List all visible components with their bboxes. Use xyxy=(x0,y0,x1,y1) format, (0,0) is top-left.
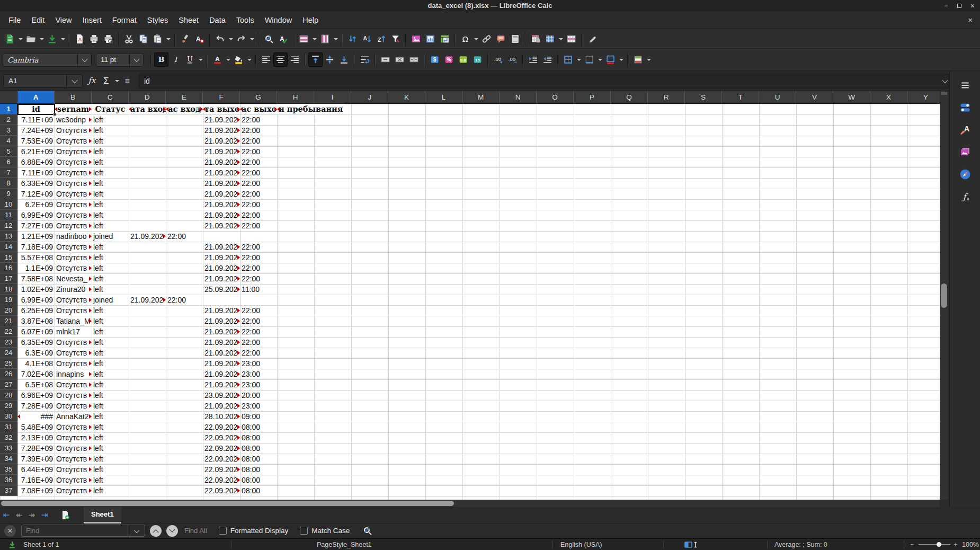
cell-G10[interactable]: 22:00 xyxy=(240,199,277,210)
row-header-24[interactable]: 24 xyxy=(0,348,17,358)
cell-E1[interactable]: ас вход xyxy=(166,104,203,114)
cell-F35[interactable]: 22.09.202 xyxy=(203,464,240,475)
row-header-3[interactable]: 3 xyxy=(0,125,17,136)
column-header-V[interactable]: V xyxy=(796,91,833,104)
column-header-A[interactable]: A xyxy=(17,91,55,104)
increase-indent-icon[interactable] xyxy=(526,52,540,67)
bold-icon[interactable]: B xyxy=(154,52,168,67)
cell-B37[interactable]: Отсутств xyxy=(55,485,92,496)
cell-B6[interactable]: Отсутств xyxy=(55,157,92,167)
cell-F28[interactable]: 23.09.202 xyxy=(203,390,240,401)
cell-G8[interactable]: 22:00 xyxy=(240,178,277,189)
cell-B26[interactable]: innapins xyxy=(55,369,92,379)
cell-C37[interactable]: left xyxy=(92,485,129,496)
close-window-icon[interactable]: × xyxy=(970,2,975,10)
cell-F36[interactable]: 22.09.202 xyxy=(203,475,240,485)
menu-data[interactable]: Data xyxy=(204,14,231,26)
cell-F33[interactable]: 22.09.202 xyxy=(203,443,240,454)
cell-C14[interactable]: left xyxy=(92,242,129,252)
find-history-dropdown[interactable] xyxy=(128,525,145,536)
cell-A6[interactable]: 6.88E+09 xyxy=(17,157,55,167)
cell-G7[interactable]: 22:00 xyxy=(240,167,277,178)
cell-F7[interactable]: 21.09.202 xyxy=(203,167,240,178)
cell-B31[interactable]: Отсутств xyxy=(55,422,92,432)
column-header-W[interactable]: W xyxy=(833,91,870,104)
formula-input-line[interactable]: id xyxy=(139,74,949,88)
cell-A32[interactable]: 2.13E+09 xyxy=(17,432,55,443)
cell-F18[interactable]: 25.09.202 xyxy=(203,284,240,295)
column-header-Q[interactable]: Q xyxy=(611,91,648,104)
last-sheet-icon[interactable]: ⇥ xyxy=(38,509,51,521)
cell-A26[interactable]: 7.02E+08 xyxy=(17,369,55,379)
cell-C35[interactable]: left xyxy=(92,464,129,475)
freeze-cells-icon[interactable] xyxy=(543,32,557,46)
cell-C18[interactable]: left xyxy=(92,284,129,295)
cell-G3[interactable]: 22:00 xyxy=(240,125,277,136)
cell-A9[interactable]: 7.12E+09 xyxy=(17,189,55,199)
find-and-replace-icon[interactable] xyxy=(360,524,374,538)
cell-A35[interactable]: 6.44E+09 xyxy=(17,464,55,475)
cell-E13[interactable]: 22:00 xyxy=(166,231,203,242)
cell-G21[interactable]: 22:00 xyxy=(240,316,277,326)
cell-C16[interactable]: left xyxy=(92,263,129,273)
cell-B2[interactable]: wc3odnp xyxy=(55,114,92,125)
name-box-dropdown[interactable] xyxy=(66,75,82,87)
clone-formatting-icon[interactable] xyxy=(178,32,192,46)
insert-column-dropdown[interactable] xyxy=(332,32,339,46)
column-header-H[interactable]: H xyxy=(277,91,314,104)
insert-row-dropdown[interactable] xyxy=(311,32,318,46)
cell-C6[interactable]: left xyxy=(92,157,129,167)
cell-F6[interactable]: 21.09.202 xyxy=(203,157,240,167)
sheet-tab-sheet1[interactable]: Sheet1 xyxy=(84,507,121,524)
cell-B23[interactable]: Отсутств xyxy=(55,337,92,348)
cell-F16[interactable]: 21.09.202 xyxy=(203,263,240,273)
cell-F30[interactable]: 28.10.202 xyxy=(203,411,240,422)
gallery-icon[interactable] xyxy=(956,144,974,160)
cell-C9[interactable]: left xyxy=(92,189,129,199)
vertical-scrollbar[interactable] xyxy=(940,91,948,500)
cell-A36[interactable]: 7.16E+09 xyxy=(17,475,55,485)
center-vertically-icon[interactable] xyxy=(323,52,337,67)
cell-B33[interactable]: Отсутств xyxy=(55,443,92,454)
cell-G33[interactable]: 08:00 xyxy=(240,443,277,454)
cell-B3[interactable]: Отсутств xyxy=(55,125,92,136)
new-document-dropdown[interactable] xyxy=(17,32,24,46)
cell-C32[interactable]: left xyxy=(92,432,129,443)
row-header-5[interactable]: 5 xyxy=(0,146,17,157)
cell-C29[interactable]: left xyxy=(92,401,129,411)
border-color-icon[interactable] xyxy=(603,52,618,67)
cell-A11[interactable]: 6.99E+09 xyxy=(17,210,55,220)
cell-F14[interactable]: 21.09.202 xyxy=(203,242,240,252)
cell-C7[interactable]: left xyxy=(92,167,129,178)
column-header-S[interactable]: S xyxy=(685,91,722,104)
find-all-button[interactable]: Find All xyxy=(184,527,207,535)
cell-C11[interactable]: left xyxy=(92,210,129,220)
copy-icon[interactable] xyxy=(136,32,150,46)
cell-F20[interactable]: 21.09.202 xyxy=(203,305,240,316)
cell-A23[interactable]: 6.35E+09 xyxy=(17,337,55,348)
column-header-R[interactable]: R xyxy=(648,91,685,104)
row-header-1[interactable]: 1 xyxy=(0,104,17,114)
cell-B24[interactable]: Отсутств xyxy=(55,348,92,358)
next-sheet-icon[interactable]: ↠ xyxy=(25,509,38,521)
special-character-icon[interactable]: Ω xyxy=(458,32,473,46)
row-header-11[interactable]: 11 xyxy=(0,210,17,220)
cell-A14[interactable]: 7.18E+09 xyxy=(17,242,55,252)
cell-C2[interactable]: left xyxy=(92,114,129,125)
cell-G16[interactable]: 22:00 xyxy=(240,263,277,273)
cell-D13[interactable]: 21.09.202 xyxy=(129,231,166,242)
row-header-20[interactable]: 20 xyxy=(0,305,17,316)
row-header-2[interactable]: 2 xyxy=(0,114,17,125)
cell-G9[interactable]: 22:00 xyxy=(240,189,277,199)
cell-B28[interactable]: Отсутств xyxy=(55,390,92,401)
sort-ascending-icon[interactable]: A xyxy=(360,32,374,46)
highlight-color-dropdown[interactable] xyxy=(246,52,253,67)
headers-footers-icon[interactable] xyxy=(508,32,522,46)
cell-B25[interactable]: Отсутств xyxy=(55,358,92,369)
sort-icon[interactable] xyxy=(345,32,360,46)
cell-G32[interactable]: 08:00 xyxy=(240,432,277,443)
cell-C22[interactable]: left xyxy=(92,326,129,337)
cell-B34[interactable]: Отсутств xyxy=(55,454,92,464)
cell-A20[interactable]: 6.25E+09 xyxy=(17,305,55,316)
column-header-N[interactable]: N xyxy=(500,91,537,104)
